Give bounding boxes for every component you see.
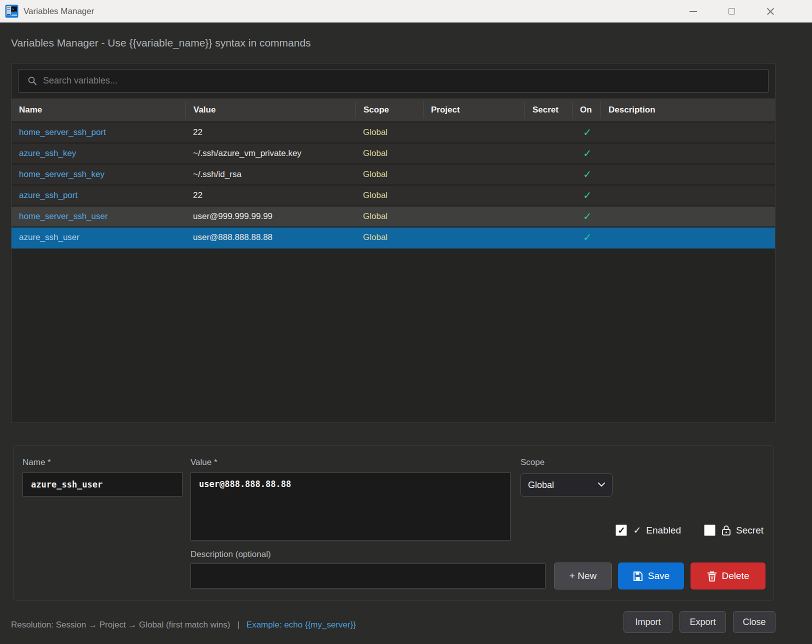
column-header-on: On xyxy=(572,102,600,118)
value-field-label: Value * xyxy=(190,458,218,468)
row-name: azure_ssh_port xyxy=(12,190,186,200)
column-header-project: Project xyxy=(423,102,524,118)
check-icon: ✓ xyxy=(633,524,641,536)
row-name: azure_ssh_user xyxy=(12,232,186,242)
row-enabled-check-icon: ✓ xyxy=(572,232,600,244)
row-scope: Global xyxy=(356,148,423,158)
column-header-value: Value xyxy=(186,102,356,118)
column-header-secret: Secret xyxy=(524,102,572,118)
page-title: Variables Manager - Use {{variable_name}… xyxy=(11,37,311,49)
search-icon xyxy=(28,76,37,86)
variables-table: Name Value Scope Project Secret On Descr… xyxy=(12,98,775,248)
table-row[interactable]: home_server_ssh_port 22 Global ✓ xyxy=(12,122,775,144)
variables-list-panel: Search variables... Name Value Scope Pro… xyxy=(11,63,776,423)
lock-icon xyxy=(722,525,731,536)
description-field-label: Description (optional) xyxy=(190,550,271,560)
row-enabled-check-icon: ✓ xyxy=(572,126,600,138)
row-value: 22 xyxy=(186,190,356,200)
save-floppy-icon xyxy=(632,571,643,582)
new-button[interactable]: + New xyxy=(554,562,612,590)
column-header-name: Name xyxy=(12,102,186,118)
variables-manager-window: >_ Variables Manager Variables Manager -… xyxy=(0,0,812,644)
row-scope: Global xyxy=(356,128,423,138)
column-header-scope: Scope xyxy=(356,102,423,118)
scope-select[interactable]: Global xyxy=(520,474,612,496)
table-row[interactable]: azure_ssh_key ~/.ssh/azure_vm_private.ke… xyxy=(12,144,775,164)
row-value: ~/.ssh/azure_vm_private.key xyxy=(186,148,356,158)
table-row-selected[interactable]: azure_ssh_user user@888.888.88.88 Global… xyxy=(12,228,775,248)
close-button[interactable]: Close xyxy=(733,611,776,633)
delete-button[interactable]: Delete xyxy=(690,562,766,590)
table-row[interactable]: azure_ssh_port 22 Global ✓ xyxy=(12,186,775,206)
row-name: home_server_ssh_key xyxy=(12,170,186,180)
column-header-description: Description xyxy=(600,102,775,118)
scope-field-label: Scope xyxy=(520,458,544,468)
search-placeholder: Search variables... xyxy=(43,76,118,86)
row-scope: Global xyxy=(356,170,423,180)
close-window-button[interactable] xyxy=(758,0,782,22)
search-box[interactable]: Search variables... xyxy=(18,69,768,92)
window-title: Variables Manager xyxy=(24,6,94,16)
secret-label: Secret xyxy=(722,525,764,536)
row-enabled-check-icon: ✓ xyxy=(572,210,600,222)
row-value: user@999.999.99.99 xyxy=(186,212,356,222)
svg-text:>_: >_ xyxy=(12,8,16,12)
save-button[interactable]: Save xyxy=(618,562,684,590)
row-value: ~/.ssh/id_rsa xyxy=(186,170,356,180)
row-scope: Global xyxy=(356,212,423,222)
row-scope: Global xyxy=(356,232,423,242)
value-field[interactable]: user@888.888.88.88 xyxy=(190,472,510,540)
description-field[interactable] xyxy=(190,564,546,588)
row-value: 22 xyxy=(186,128,356,138)
row-name: azure_ssh_key xyxy=(12,148,186,158)
import-button[interactable]: Import xyxy=(624,611,672,633)
secret-checkbox[interactable] xyxy=(704,524,716,536)
trash-icon xyxy=(707,571,717,582)
row-enabled-check-icon: ✓ xyxy=(572,148,600,160)
name-field[interactable] xyxy=(22,472,182,496)
minimize-icon xyxy=(690,11,697,12)
table-row[interactable]: home_server_ssh_key ~/.ssh/id_rsa Global… xyxy=(12,164,775,186)
enabled-checkbox[interactable]: ✓ xyxy=(616,524,627,536)
close-icon xyxy=(766,8,774,16)
enabled-label: ✓ Enabled xyxy=(633,524,681,536)
row-name: home_server_ssh_port xyxy=(12,128,186,138)
minimize-button[interactable] xyxy=(682,0,705,22)
variable-edit-form: Name * Value * user@888.888.88.88 Scope … xyxy=(13,445,774,601)
export-button[interactable]: Export xyxy=(680,611,726,633)
maximize-button[interactable] xyxy=(720,0,744,22)
row-scope: Global xyxy=(356,190,423,200)
row-name: home_server_ssh_user xyxy=(12,212,186,222)
title-bar: >_ Variables Manager xyxy=(0,0,812,22)
row-enabled-check-icon: ✓ xyxy=(572,190,600,202)
name-field-label: Name * xyxy=(22,458,51,468)
table-header-row: Name Value Scope Project Secret On Descr… xyxy=(12,98,775,122)
app-icon: >_ xyxy=(5,4,18,18)
row-value: user@888.888.88.88 xyxy=(186,232,356,242)
maximize-icon xyxy=(728,8,735,14)
row-enabled-check-icon: ✓ xyxy=(572,168,600,180)
table-row[interactable]: home_server_ssh_user user@999.999.99.99 … xyxy=(12,206,775,228)
